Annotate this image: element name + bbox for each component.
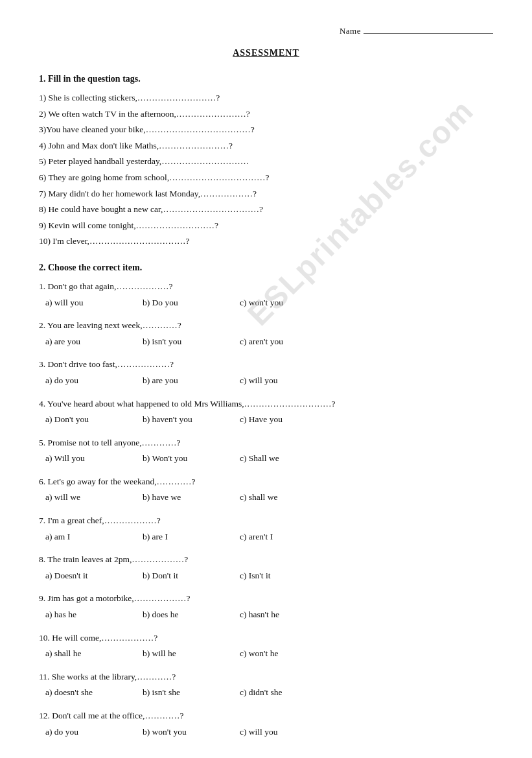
section1-title: 1. Fill in the question tags. <box>39 74 493 84</box>
question-8: 8. The train leaves at 2pm,………………?a) Doe… <box>39 552 493 582</box>
fill-item-3: 3)You have cleaned your bike,……………………………… <box>39 123 493 137</box>
question-options-1: a) will youb) Do youc) won't you <box>39 296 493 310</box>
option-2-2: b) isn't you <box>143 335 240 349</box>
question-text-7: 7. I'm a great chef,………………? <box>39 514 493 528</box>
question-text-12: 12. Don't call me at the office,…………? <box>39 709 493 723</box>
option-9-1: a) has he <box>45 608 143 622</box>
question-6: 6. Let's go away for the weekand,…………?a)… <box>39 475 493 504</box>
question-options-8: a) Doesn't itb) Don't itc) Isn't it <box>39 569 493 583</box>
option-1-2: b) Do you <box>143 296 240 310</box>
question-4: 4. You've heard about what happened to o… <box>39 397 493 427</box>
question-5: 5. Promise not to tell anyone,…………?a) Wi… <box>39 436 493 466</box>
option-10-3: c) won't he <box>240 646 337 661</box>
fill-item-6: 6) They are going home from school,……………… <box>39 171 493 185</box>
page-title: ASSESSMENT <box>39 48 493 58</box>
question-options-12: a) do youb) won't youc) will you <box>39 725 493 739</box>
fill-item-8: 8) He could have bought a new car,………………… <box>39 202 493 217</box>
question-options-6: a) will web) have wec) shall we <box>39 490 493 504</box>
option-11-3: c) didn't she <box>240 685 337 700</box>
option-12-2: b) won't you <box>143 725 240 739</box>
question-text-1: 1. Don't go that again,………………? <box>39 279 493 294</box>
option-5-1: a) Will you <box>45 451 143 466</box>
fill-item-4: 4) John and Max don't like Maths,…………………… <box>39 139 493 153</box>
fill-item-9: 9) Kevin will come tonight,………………………? <box>39 219 493 233</box>
option-6-1: a) will we <box>45 490 143 504</box>
fill-item-1: 1) She is collecting stickers,………………………? <box>39 91 493 105</box>
section2-title: 2. Choose the correct item. <box>39 263 493 273</box>
option-7-1: a) am I <box>45 530 143 544</box>
option-6-2: b) have we <box>143 490 240 504</box>
question-text-5: 5. Promise not to tell anyone,…………? <box>39 436 493 450</box>
option-10-1: a) shall he <box>45 646 143 661</box>
option-12-1: a) do you <box>45 725 143 739</box>
option-3-2: b) are you <box>143 373 240 388</box>
option-9-2: b) does he <box>143 608 240 622</box>
question-options-4: a) Don't youb) haven't youc) Have you <box>39 412 493 427</box>
option-3-1: a) do you <box>45 373 143 388</box>
option-2-1: a) are you <box>45 335 143 349</box>
option-8-1: a) Doesn't it <box>45 569 143 583</box>
question-text-8: 8. The train leaves at 2pm,………………? <box>39 552 493 567</box>
option-7-2: b) are I <box>143 530 240 544</box>
choose-items-container: 1. Don't go that again,………………?a) will yo… <box>39 279 493 739</box>
section2: 2. Choose the correct item. 1. Don't go … <box>39 263 493 739</box>
question-options-3: a) do youb) are youc) will you <box>39 373 493 388</box>
option-5-2: b) Won't you <box>143 451 240 466</box>
question-text-9: 9. Jim has got a motorbike,………………? <box>39 591 493 606</box>
option-8-3: c) Isn't it <box>240 569 337 583</box>
option-4-3: c) Have you <box>240 412 337 427</box>
question-options-5: a) Will youb) Won't youc) Shall we <box>39 451 493 466</box>
option-12-3: c) will you <box>240 725 337 739</box>
option-11-2: b) isn't she <box>143 685 240 700</box>
option-10-2: b) will he <box>143 646 240 661</box>
option-4-2: b) haven't you <box>143 412 240 427</box>
question-text-10: 10. He will come,………………? <box>39 631 493 645</box>
option-5-3: c) Shall we <box>240 451 337 466</box>
option-2-3: c) aren't you <box>240 335 337 349</box>
question-text-2: 2. You are leaving next week,…………? <box>39 318 493 333</box>
option-6-3: c) shall we <box>240 490 337 504</box>
question-text-3: 3. Don't drive too fast,………………? <box>39 357 493 372</box>
question-options-11: a) doesn't sheb) isn't shec) didn't she <box>39 685 493 700</box>
option-7-3: c) aren't I <box>240 530 337 544</box>
question-text-6: 6. Let's go away for the weekand,…………? <box>39 475 493 489</box>
fill-item-7: 7) Mary didn't do her homework last Mond… <box>39 187 493 201</box>
question-2: 2. You are leaving next week,…………?a) are… <box>39 318 493 348</box>
option-3-3: c) will you <box>240 373 337 388</box>
section1: 1. Fill in the question tags. 1) She is … <box>39 74 493 248</box>
question-9: 9. Jim has got a motorbike,………………?a) has… <box>39 591 493 621</box>
option-9-3: c) hasn't he <box>240 608 337 622</box>
option-11-1: a) doesn't she <box>45 685 143 700</box>
name-label: Name <box>340 26 361 36</box>
question-options-10: a) shall heb) will hec) won't he <box>39 646 493 661</box>
question-3: 3. Don't drive too fast,………………?a) do you… <box>39 357 493 387</box>
question-1: 1. Don't go that again,………………?a) will yo… <box>39 279 493 309</box>
question-10: 10. He will come,………………?a) shall heb) wi… <box>39 631 493 661</box>
fill-items-container: 1) She is collecting stickers,………………………?… <box>39 91 493 248</box>
question-options-7: a) am Ib) are Ic) aren't I <box>39 530 493 544</box>
option-8-2: b) Don't it <box>143 569 240 583</box>
question-options-2: a) are youb) isn't youc) aren't you <box>39 335 493 349</box>
fill-item-2: 2) We often watch TV in the afternoon,……… <box>39 107 493 121</box>
option-1-3: c) won't you <box>240 296 337 310</box>
question-11: 11. She works at the library,…………?a) doe… <box>39 670 493 700</box>
option-4-1: a) Don't you <box>45 412 143 427</box>
question-12: 12. Don't call me at the office,…………?a) … <box>39 709 493 739</box>
question-7: 7. I'm a great chef,………………?a) am Ib) are… <box>39 514 493 543</box>
option-1-1: a) will you <box>45 296 143 310</box>
name-line: Name <box>39 26 493 36</box>
fill-item-10: 10) I'm clever,……………………………? <box>39 234 493 248</box>
question-text-11: 11. She works at the library,…………? <box>39 670 493 684</box>
name-dots <box>364 33 493 34</box>
question-options-9: a) has heb) does hec) hasn't he <box>39 608 493 622</box>
question-text-4: 4. You've heard about what happened to o… <box>39 397 493 411</box>
fill-item-5: 5) Peter played handball yesterday,……………… <box>39 154 493 169</box>
